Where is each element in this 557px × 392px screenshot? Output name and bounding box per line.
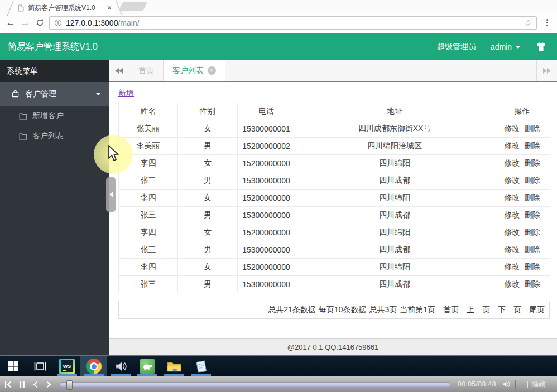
delete-link[interactable]: 删除: [525, 176, 540, 185]
taskbar-app-chrome[interactable]: [80, 356, 107, 376]
user-menu[interactable]: admin: [491, 42, 521, 51]
browser-tab-title: 简易客户管理系统V1.0: [28, 3, 104, 13]
column-header: 姓名: [119, 103, 178, 120]
cell-actions: 修改删除: [494, 207, 550, 224]
edit-link[interactable]: 修改: [505, 193, 520, 202]
page-info-icon[interactable]: [54, 19, 62, 27]
delete-link[interactable]: 删除: [525, 193, 540, 202]
hide-checkbox[interactable]: [521, 381, 528, 388]
edit-link[interactable]: 修改: [505, 176, 520, 185]
new-tab-button[interactable]: [118, 2, 147, 11]
taskbar-app-audio-player[interactable]: [107, 356, 134, 376]
tab-home[interactable]: 首页: [129, 60, 164, 81]
sidebar-item-customer-list[interactable]: 客户列表: [0, 126, 109, 146]
edit-link[interactable]: 修改: [505, 279, 520, 288]
volume-icon[interactable]: [502, 380, 510, 388]
cell-address: 四川绵阳: [295, 224, 494, 241]
edit-link[interactable]: 修改: [505, 210, 520, 219]
browser-menu-icon[interactable]: [541, 19, 553, 26]
cell-phone: 15300000000: [238, 172, 295, 190]
delete-link[interactable]: 删除: [525, 279, 540, 288]
cell-address: 四川绵阳: [295, 155, 494, 172]
tabs-scroll-left-icon[interactable]: [109, 60, 129, 81]
skip-start-icon[interactable]: [4, 381, 12, 388]
edit-link[interactable]: 修改: [505, 245, 520, 254]
sidebar-item-customer-management[interactable]: 客户管理: [0, 82, 109, 106]
table-row: 李四女15200000000四川绵阳修改删除: [119, 155, 550, 172]
cell-address: 四川成都: [295, 241, 494, 259]
tab-close-icon[interactable]: ×: [107, 4, 112, 12]
back-icon[interactable]: ←: [3, 17, 18, 28]
taskbar-app-file-explorer[interactable]: [161, 356, 188, 376]
taskbar-app-webstorm[interactable]: WS: [54, 356, 80, 376]
table-row: 李美丽男15200000002四川绵阳涪城区修改删除: [119, 138, 550, 155]
start-button[interactable]: [0, 356, 27, 376]
folder-explorer-icon: [167, 361, 181, 372]
seek-slider-handle[interactable]: [66, 380, 73, 390]
pagination-link[interactable]: 上一页: [467, 305, 490, 314]
cell-gender: 女: [178, 155, 238, 172]
pagination-link[interactable]: 尾页: [529, 305, 545, 314]
cell-phone: 15300000000: [238, 241, 295, 259]
cell-address: 四川成都: [295, 172, 494, 190]
url-text[interactable]: 127.0.0.1:3000/main/: [66, 18, 525, 27]
cell-address: 四川绵阳涪城区: [295, 138, 494, 155]
edit-link[interactable]: 修改: [505, 228, 520, 236]
pause-icon[interactable]: [19, 381, 25, 388]
sidebar-item-add-customer[interactable]: 新增客户: [0, 106, 109, 126]
address-bar[interactable]: 127.0.0.1:3000/main/ ☆: [49, 16, 537, 30]
username: admin: [491, 42, 512, 51]
edit-link[interactable]: 修改: [505, 141, 520, 150]
cell-gender: 女: [178, 224, 238, 241]
reload-icon[interactable]: [32, 18, 47, 27]
cell-address: 四川成都东御街XX号: [295, 120, 494, 138]
delete-link[interactable]: 删除: [525, 124, 540, 133]
table-row: 张美丽女15300000001四川成都东御街XX号修改删除: [119, 120, 550, 138]
cell-gender: 男: [178, 276, 238, 293]
chrome-icon: [86, 359, 102, 374]
seek-slider[interactable]: [60, 382, 450, 387]
cell-gender: 女: [178, 259, 238, 276]
sidebar-item-label: 客户管理: [25, 89, 95, 99]
pagination-info: 总共3页: [369, 305, 397, 314]
tab-close-icon[interactable]: ×: [208, 66, 216, 75]
cell-name: 李四: [119, 224, 178, 241]
bookmark-star-icon[interactable]: ☆: [525, 18, 532, 28]
delete-link[interactable]: 删除: [525, 158, 540, 167]
cell-actions: 修改删除: [494, 276, 550, 293]
pagination-link[interactable]: 下一页: [498, 305, 521, 314]
cell-name: 李四: [119, 190, 178, 207]
pagination-bar: 总共21条数据每页10条数据总共3页当前第1页首页上一页下一页尾页: [118, 301, 550, 319]
delete-link[interactable]: 删除: [525, 245, 540, 254]
chevron-down-icon: [515, 46, 521, 49]
delete-link[interactable]: 删除: [525, 141, 540, 150]
edit-link[interactable]: 修改: [505, 158, 520, 167]
delete-link[interactable]: 删除: [525, 262, 540, 271]
tabs-scroll-right-icon[interactable]: [536, 60, 557, 81]
task-view-button[interactable]: [27, 356, 54, 376]
taskbar-app-notepad[interactable]: [188, 356, 214, 376]
forward-icon[interactable]: →: [18, 17, 32, 28]
cell-actions: 修改删除: [494, 224, 550, 241]
browser-tab[interactable]: 简易客户管理系统V1.0 ×: [13, 1, 116, 14]
pagination-link[interactable]: 首页: [443, 305, 459, 314]
tab-customer-list[interactable]: 客户列表 ×: [164, 60, 225, 81]
step-back-icon[interactable]: [32, 381, 39, 388]
delete-link[interactable]: 删除: [525, 210, 540, 219]
cell-gender: 男: [178, 241, 238, 259]
page-footer: @2017 0.1 QQ:1416759661: [109, 338, 557, 355]
taskbar-app-tortoise-svn[interactable]: [134, 356, 161, 376]
cell-phone: 15300000000: [238, 276, 295, 293]
cell-actions: 修改删除: [494, 155, 550, 172]
edit-link[interactable]: 修改: [505, 262, 520, 271]
mouse-cursor: [108, 145, 120, 162]
step-forward-icon[interactable]: [46, 381, 52, 388]
cell-phone: 15300000000: [238, 207, 295, 224]
cell-phone: 15200000000: [238, 155, 295, 172]
theme-shirt-icon[interactable]: [535, 42, 547, 52]
edit-link[interactable]: 修改: [505, 124, 520, 133]
cell-gender: 男: [178, 138, 238, 155]
add-customer-link[interactable]: 新增: [118, 89, 134, 99]
delete-link[interactable]: 删除: [525, 228, 540, 236]
sidebar-collapse-handle[interactable]: [106, 177, 116, 212]
